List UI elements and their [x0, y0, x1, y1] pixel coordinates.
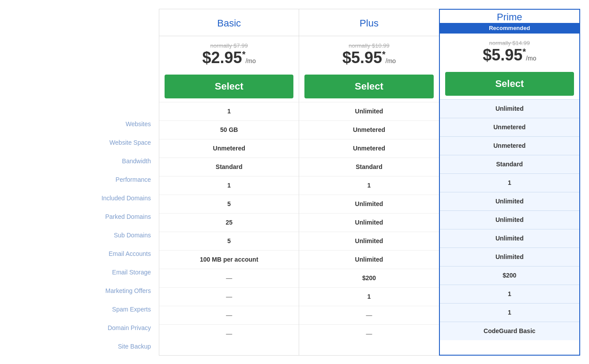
price-asterisk: *	[522, 47, 526, 56]
plan-col-basic: Basicnormally $7.99$2.95*/moSelect150 GB…	[159, 9, 299, 356]
label-websites: Websites	[9, 115, 159, 133]
feature-rows-basic: 150 GBUnmeteredStandard15255100 MB per a…	[159, 102, 299, 343]
feature-cell-plus-included_domains: 1	[299, 176, 439, 195]
label-marketing_offers: Marketing Offers	[9, 281, 159, 300]
feature-cell-basic-websites: 1	[159, 102, 299, 120]
feature-cell-plus-website_space: Unmetered	[299, 120, 439, 139]
label-email_storage: Email Storage	[9, 263, 159, 281]
price-per-mo: /mo	[245, 57, 255, 64]
feature-cell-basic-marketing_offers: —	[159, 269, 299, 287]
select-button-basic[interactable]: Select	[165, 75, 293, 98]
feature-cell-plus-domain_privacy: —	[299, 306, 439, 324]
feature-cell-prime-website_space: Unmetered	[440, 118, 579, 136]
feature-cell-basic-sub_domains: 25	[159, 213, 299, 232]
feature-cell-plus-email_storage: Unlimited	[299, 250, 439, 269]
plan-name-prime: Prime	[497, 10, 522, 23]
plan-header-plus: Plus	[299, 9, 439, 36]
plan-col-prime: PrimeRecommendednormally $14.99$5.95*/mo…	[439, 9, 580, 356]
plan-name-basic: Basic	[217, 18, 241, 29]
feature-cell-basic-spam_experts: —	[159, 287, 299, 306]
pricing-table: WebsitesWebsite SpaceBandwidthPerformanc…	[0, 9, 589, 356]
feature-cell-prime-marketing_offers: $200	[440, 266, 579, 285]
feature-cell-basic-bandwidth: Unmetered	[159, 139, 299, 158]
feature-cell-plus-sub_domains: Unlimited	[299, 213, 439, 232]
feature-cell-plus-parked_domains: Unlimited	[299, 195, 439, 213]
original-price-prime: normally $14.99	[440, 40, 579, 46]
price-dollar: $5.95	[483, 46, 522, 64]
feature-cell-prime-websites: Unlimited	[440, 99, 579, 118]
feature-cell-basic-website_space: 50 GB	[159, 120, 299, 139]
feature-cell-basic-performance: Standard	[159, 158, 299, 176]
feature-cell-prime-parked_domains: Unlimited	[440, 192, 579, 210]
feature-cell-prime-site_backup: CodeGuard Basic	[440, 322, 579, 340]
plans-area: Basicnormally $7.99$2.95*/moSelect150 GB…	[159, 9, 580, 356]
label-spam_experts: Spam Experts	[9, 300, 159, 319]
feature-cell-prime-email_storage: Unlimited	[440, 248, 579, 266]
plan-col-plus: Plusnormally $10.99$5.95*/moSelectUnlimi…	[299, 9, 439, 356]
feature-cell-plus-performance: Standard	[299, 158, 439, 176]
price-dollar: $5.95	[342, 49, 382, 67]
plan-header-basic: Basic	[159, 9, 299, 36]
label-site_backup: Site Backup	[9, 337, 159, 356]
price-section-plus: normally $10.99$5.95*/mo	[299, 36, 439, 71]
feature-cell-prime-domain_privacy: 1	[440, 303, 579, 322]
current-price-prime: $5.95*/mo	[440, 46, 579, 64]
feature-cell-prime-sub_domains: Unlimited	[440, 210, 579, 229]
original-price-basic: normally $7.99	[159, 42, 299, 49]
feature-cell-basic-email_storage: 100 MB per account	[159, 250, 299, 269]
feature-cell-prime-performance: Standard	[440, 155, 579, 173]
price-section-prime: normally $14.99$5.95*/mo	[440, 33, 579, 68]
feature-label-column: WebsitesWebsite SpaceBandwidthPerformanc…	[9, 9, 159, 356]
feature-rows-plus: UnlimitedUnmeteredUnmeteredStandard1Unli…	[299, 102, 439, 343]
label-bandwidth: Bandwidth	[9, 152, 159, 170]
price-per-mo: /mo	[386, 57, 396, 64]
feature-cell-prime-email_accounts: Unlimited	[440, 229, 579, 248]
price-per-mo: /mo	[526, 55, 536, 62]
label-email_accounts: Email Accounts	[9, 244, 159, 263]
feature-cell-basic-included_domains: 1	[159, 176, 299, 195]
original-price-plus: normally $10.99	[299, 42, 439, 49]
label-sub_domains: Sub Domains	[9, 226, 159, 244]
feature-cell-prime-spam_experts: 1	[440, 285, 579, 303]
feature-cell-plus-websites: Unlimited	[299, 102, 439, 120]
recommended-badge: Recommended	[440, 23, 579, 33]
plan-name-plus: Plus	[360, 18, 379, 29]
feature-cell-plus-marketing_offers: $200	[299, 269, 439, 287]
feature-cell-plus-email_accounts: Unlimited	[299, 232, 439, 250]
label-domain_privacy: Domain Privacy	[9, 319, 159, 337]
feature-rows-prime: UnlimitedUnmeteredUnmeteredStandard1Unli…	[440, 99, 579, 340]
price-section-basic: normally $7.99$2.95*/mo	[159, 36, 299, 71]
feature-cell-basic-domain_privacy: —	[159, 306, 299, 324]
label-website_space: Website Space	[9, 133, 159, 152]
feature-cell-basic-parked_domains: 5	[159, 195, 299, 213]
feature-cell-plus-bandwidth: Unmetered	[299, 139, 439, 158]
price-dollar: $2.95	[203, 49, 242, 67]
feature-cell-prime-bandwidth: Unmetered	[440, 136, 579, 155]
feature-cell-basic-email_accounts: 5	[159, 232, 299, 250]
plan-header-prime: PrimeRecommended	[440, 10, 579, 33]
feature-cell-plus-site_backup: —	[299, 324, 439, 343]
current-price-basic: $2.95*/mo	[159, 49, 299, 67]
price-asterisk: *	[382, 49, 386, 59]
label-parked_domains: Parked Domains	[9, 207, 159, 226]
feature-cell-plus-spam_experts: 1	[299, 287, 439, 306]
select-button-plus[interactable]: Select	[304, 75, 433, 98]
label-included_domains: Included Domains	[9, 189, 159, 207]
label-performance: Performance	[9, 170, 159, 189]
current-price-plus: $5.95*/mo	[299, 49, 439, 67]
feature-cell-prime-included_domains: 1	[440, 173, 579, 192]
select-button-prime[interactable]: Select	[445, 72, 574, 96]
feature-cell-basic-site_backup: —	[159, 324, 299, 343]
